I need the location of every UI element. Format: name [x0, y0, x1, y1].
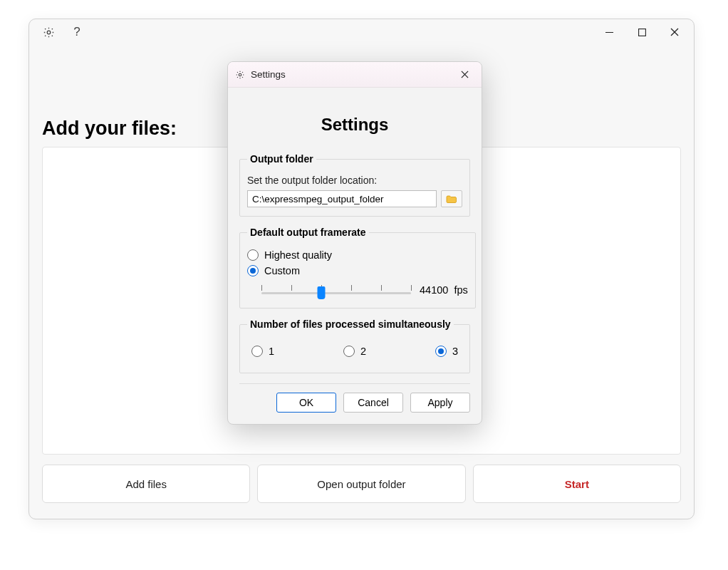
output-folder-legend: Output folder: [247, 153, 316, 165]
cancel-button[interactable]: Cancel: [343, 393, 403, 413]
output-folder-desc: Set the output folder location:: [247, 175, 462, 186]
start-button[interactable]: Start: [473, 465, 681, 503]
output-folder-group: Output folder Set the output folder loca…: [239, 153, 470, 217]
svg-point-5: [239, 73, 241, 76]
add-files-button[interactable]: Add files: [42, 465, 250, 503]
framerate-value: 44100 fps: [420, 284, 468, 296]
radio-custom[interactable]: Custom: [247, 265, 468, 276]
radio-icon: [435, 346, 447, 357]
bottom-buttons: Add files Open output folder Start: [42, 465, 681, 503]
radio-icon: [247, 249, 259, 261]
maximize-button[interactable]: [625, 21, 658, 43]
window-controls: [593, 21, 691, 43]
radio-highest-quality[interactable]: Highest quality: [247, 249, 468, 261]
minimize-button[interactable]: [593, 21, 625, 43]
folder-icon: [446, 195, 457, 204]
radio-icon: [247, 265, 259, 276]
radio-label: Highest quality: [264, 249, 332, 261]
open-output-folder-button[interactable]: Open output folder: [257, 465, 465, 503]
radio-label: Custom: [264, 265, 300, 276]
radio-icon: [343, 346, 355, 357]
framerate-group: Default output framerate Highest quality…: [239, 227, 476, 309]
browse-folder-button[interactable]: [441, 190, 462, 207]
close-button[interactable]: [658, 21, 691, 43]
apply-button[interactable]: Apply: [410, 393, 470, 413]
dialog-body: Settings Output folder Set the output fo…: [228, 88, 482, 424]
simultaneous-group: Number of files processed simultaneously…: [239, 318, 470, 373]
framerate-slider[interactable]: [261, 281, 411, 299]
radio-icon: [251, 346, 263, 357]
output-folder-input[interactable]: [247, 190, 437, 207]
dialog-heading: Settings: [239, 115, 470, 135]
svg-rect-2: [638, 28, 645, 36]
radio-simul-3[interactable]: 3: [435, 346, 458, 357]
radio-label: 1: [269, 346, 274, 357]
simultaneous-legend: Number of files processed simultaneously: [247, 318, 454, 330]
radio-simul-2[interactable]: 2: [343, 346, 366, 357]
dialog-close-button[interactable]: [452, 65, 477, 85]
dialog-title: Settings: [251, 69, 286, 80]
help-icon[interactable]: ?: [71, 26, 83, 38]
dialog-buttons: OK Cancel Apply: [239, 383, 470, 413]
dialog-titlebar: Settings: [228, 62, 482, 88]
settings-dialog: Settings Settings Output folder Set the …: [227, 61, 482, 425]
radio-label: 3: [452, 346, 458, 357]
ok-button[interactable]: OK: [276, 393, 336, 413]
radio-label: 2: [360, 346, 366, 357]
main-titlebar: ?: [29, 19, 694, 45]
radio-simul-1[interactable]: 1: [251, 346, 274, 357]
slider-thumb[interactable]: [318, 286, 326, 299]
gear-icon: [235, 70, 245, 80]
gear-icon[interactable]: [42, 26, 55, 38]
svg-point-0: [47, 31, 51, 34]
framerate-legend: Default output framerate: [247, 227, 369, 238]
